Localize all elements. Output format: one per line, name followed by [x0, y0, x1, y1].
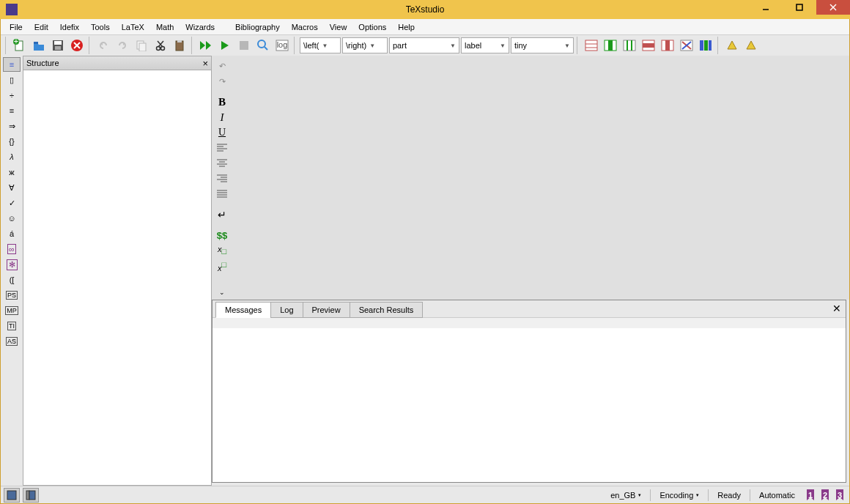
editor-canvas[interactable]	[232, 56, 849, 300]
right-delimiter-combo[interactable]: \right)▼	[342, 37, 388, 53]
menu-file[interactable]: File	[4, 21, 29, 34]
menu-latex[interactable]: LaTeX	[116, 21, 150, 34]
left-icon-cyrillic[interactable]: ж	[3, 165, 21, 179]
paste-button[interactable]	[171, 37, 188, 54]
menu-view[interactable]: View	[324, 21, 353, 34]
left-icon-structure[interactable]: ≡	[3, 57, 21, 72]
save-file-button[interactable]	[49, 37, 67, 54]
table-tool-3[interactable]	[621, 37, 638, 54]
left-icon-misc-text[interactable]: ✓	[3, 196, 21, 210]
chevron-down-icon: ⌄	[219, 289, 225, 296]
left-icon-favorites[interactable]: ✻	[3, 257, 21, 272]
section-combo[interactable]: part▼	[389, 37, 459, 53]
minimize-button[interactable]	[749, 0, 783, 15]
menu-bibliography[interactable]: Bibliography	[229, 21, 286, 34]
left-icon-arrows[interactable]: ⇒	[3, 119, 21, 133]
bottom-panel-close-button[interactable]: ✕	[832, 303, 841, 314]
menu-math[interactable]: Math	[150, 21, 180, 34]
align-right-button[interactable]	[214, 171, 230, 186]
left-icon-tikz[interactable]: TI	[3, 319, 21, 333]
redo-button[interactable]	[114, 37, 131, 54]
menu-macros[interactable]: Macros	[286, 21, 324, 34]
badge-1[interactable]: 1	[804, 489, 817, 502]
table-tool-1[interactable]	[583, 37, 600, 54]
copy-button[interactable]	[133, 37, 150, 54]
menu-edit[interactable]: Edit	[29, 21, 54, 34]
open-file-button[interactable]	[30, 37, 48, 54]
tab-messages[interactable]: Messages	[215, 302, 271, 318]
menu-idefix[interactable]: Idefix	[54, 21, 85, 34]
close-file-button[interactable]	[68, 37, 86, 54]
underline-button[interactable]: U	[214, 125, 230, 140]
table-tool-4[interactable]	[640, 37, 657, 54]
status-encoding[interactable]: Encoding▾	[657, 491, 702, 500]
left-icon-asymptote[interactable]: AS	[3, 334, 21, 349]
left-icon-greek[interactable]: λ	[3, 149, 21, 164]
tab-search-results[interactable]: Search Results	[350, 302, 424, 318]
superscript-button[interactable]: x□	[214, 259, 230, 273]
mp-icon: MP	[5, 306, 18, 315]
new-file-button[interactable]: +	[11, 37, 29, 54]
table-tool-7[interactable]	[697, 37, 714, 54]
menu-options[interactable]: Options	[352, 21, 392, 34]
table-tool-2[interactable]	[602, 37, 619, 54]
build-view-button[interactable]	[197, 37, 215, 54]
cut-button[interactable]	[152, 37, 169, 54]
svg-text:+: +	[14, 39, 18, 45]
close-button[interactable]	[816, 0, 850, 15]
structure-body[interactable]	[23, 70, 212, 486]
ref-combo[interactable]: label▼	[461, 37, 509, 53]
left-icon-accented[interactable]: á	[3, 226, 21, 241]
badge-3[interactable]: 3	[833, 489, 846, 502]
left-icon-leftright[interactable]: ([	[3, 273, 21, 287]
tab-preview[interactable]: Preview	[303, 302, 350, 318]
left-icon-metapost[interactable]: MP	[3, 303, 21, 318]
status-view-button-2[interactable]	[23, 488, 39, 503]
table-tool-5[interactable]	[659, 37, 676, 54]
menu-wizards[interactable]: Wizards	[180, 21, 221, 34]
structure-close-button[interactable]: ×	[202, 58, 208, 69]
bottom-panel-body[interactable]	[212, 318, 846, 482]
table-tool-6[interactable]	[678, 37, 695, 54]
bold-button[interactable]: B	[214, 94, 230, 109]
undo-button[interactable]	[95, 37, 112, 54]
newline-button[interactable]: ↵	[214, 207, 230, 222]
align-center-button[interactable]	[214, 156, 230, 171]
subscript-button[interactable]: x□	[214, 243, 230, 258]
left-icon-bookmarks[interactable]: ▯	[3, 73, 21, 87]
view-log-button[interactable]: log	[273, 37, 291, 54]
editor-undo-button[interactable]: ↶	[214, 59, 230, 73]
italic-button[interactable]: I	[214, 110, 230, 125]
left-icon-relations[interactable]: ≡	[3, 103, 21, 118]
toolbar-separator	[191, 37, 194, 54]
status-language[interactable]: en_GB▾	[607, 491, 644, 500]
left-icon-operators[interactable]: ÷	[3, 88, 21, 103]
editor-redo-button[interactable]: ↷	[214, 74, 230, 89]
left-icon-special[interactable]: ∞	[3, 242, 21, 256]
maximize-button[interactable]	[783, 0, 816, 15]
left-icon-pstricks[interactable]: PS	[3, 288, 21, 303]
list-icon: ≡	[10, 60, 14, 69]
status-automatic[interactable]: Automatic	[756, 491, 798, 500]
warning-next-button[interactable]	[742, 37, 760, 54]
status-view-button-1[interactable]	[4, 488, 20, 503]
left-icon-faces[interactable]: ☺	[3, 211, 21, 226]
fontsize-combo[interactable]: tiny▼	[511, 37, 574, 53]
menu-tools[interactable]: Tools	[85, 21, 116, 34]
menu-help[interactable]: Help	[392, 21, 421, 34]
expand-button[interactable]: ⌄	[214, 285, 230, 300]
warning-prev-button[interactable]	[723, 37, 741, 54]
align-justify-button[interactable]	[214, 187, 230, 201]
left-icon-delimiters[interactable]: {}	[3, 134, 21, 149]
badge-2[interactable]: 2	[818, 489, 832, 502]
stop-button[interactable]	[235, 37, 253, 54]
left-delimiter-combo[interactable]: \left(▼	[300, 37, 341, 53]
tab-log[interactable]: Log	[270, 302, 303, 318]
view-pdf-button[interactable]	[254, 37, 272, 54]
compile-button[interactable]	[216, 37, 234, 54]
align-left-button[interactable]	[214, 141, 230, 155]
left-icon-misc-math[interactable]: ∀	[3, 180, 21, 195]
structure-panel: Structure ×	[23, 56, 212, 486]
newline-icon: ↵	[218, 209, 226, 220]
inline-math-button[interactable]: $$	[214, 228, 230, 242]
